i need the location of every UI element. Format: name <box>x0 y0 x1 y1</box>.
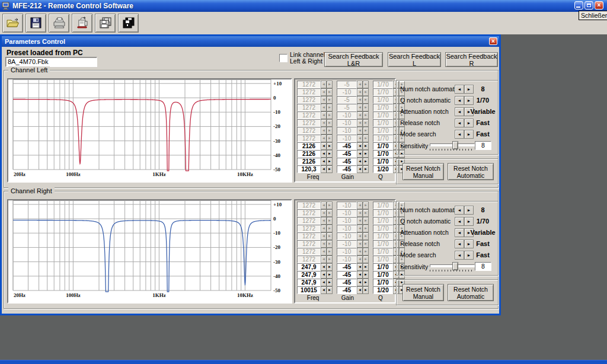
gain-increment-button[interactable]: ► <box>363 202 369 209</box>
gain-increment-button[interactable]: ► <box>363 135 369 142</box>
gain-increment-button[interactable]: ► <box>363 127 369 135</box>
gain-value[interactable]: -10 <box>337 232 357 240</box>
freq-value[interactable]: 1272 <box>297 127 321 135</box>
gain-value[interactable]: -45 <box>337 279 357 286</box>
freq-decrement-button[interactable]: ◄ <box>321 240 327 248</box>
gain-decrement-button[interactable]: ◄ <box>357 150 363 158</box>
freq-decrement-button[interactable]: ◄ <box>321 279 327 286</box>
freq-increment-button[interactable]: ► <box>327 279 333 286</box>
gain-value[interactable]: -10 <box>337 111 357 119</box>
gain-decrement-button[interactable]: ◄ <box>357 256 363 263</box>
gain-value[interactable]: -10 <box>337 202 357 209</box>
freq-increment-button[interactable]: ► <box>327 96 333 104</box>
freq-increment-button[interactable]: ► <box>327 150 333 158</box>
q-value[interactable]: 1/70 <box>373 127 393 135</box>
gain-increment-button[interactable]: ► <box>363 263 369 271</box>
gain-decrement-button[interactable]: ◄ <box>357 286 363 294</box>
setting-decrement-button[interactable]: ◄ <box>455 119 464 127</box>
setting-decrement-button[interactable]: ◄ <box>455 217 464 226</box>
freq-increment-button[interactable]: ► <box>327 158 333 165</box>
gain-value[interactable]: -45 <box>337 165 357 173</box>
gain-decrement-button[interactable]: ◄ <box>357 111 363 119</box>
gain-increment-button[interactable]: ► <box>363 279 369 286</box>
disks-dark-button[interactable] <box>118 14 139 33</box>
freq-value[interactable]: 1272 <box>297 111 321 119</box>
gain-value[interactable]: -45 <box>337 263 357 271</box>
gain-decrement-button[interactable]: ◄ <box>357 96 363 104</box>
gain-value[interactable]: -10 <box>337 88 357 96</box>
gain-increment-button[interactable]: ► <box>363 88 369 96</box>
freq-decrement-button[interactable]: ◄ <box>321 142 327 150</box>
gain-decrement-button[interactable]: ◄ <box>357 104 363 111</box>
freq-value[interactable]: 1272 <box>297 96 321 104</box>
freq-decrement-button[interactable]: ◄ <box>321 209 327 217</box>
setting-decrement-button[interactable]: ◄ <box>455 251 464 260</box>
freq-decrement-button[interactable]: ◄ <box>321 119 327 127</box>
print-device-button[interactable] <box>72 14 92 33</box>
freq-value[interactable]: 1272 <box>297 202 321 209</box>
freq-decrement-button[interactable]: ◄ <box>321 271 327 279</box>
freq-increment-button[interactable]: ► <box>327 232 333 240</box>
gain-decrement-button[interactable]: ◄ <box>357 240 363 248</box>
gain-value[interactable]: -45 <box>337 271 357 279</box>
freq-increment-button[interactable]: ► <box>327 119 333 127</box>
freq-value[interactable]: 10015 <box>297 286 321 294</box>
freq-increment-button[interactable]: ► <box>327 111 333 119</box>
gain-increment-button[interactable]: ► <box>363 81 369 88</box>
gain-decrement-button[interactable]: ◄ <box>357 232 363 240</box>
gain-increment-button[interactable]: ► <box>363 96 369 104</box>
freq-increment-button[interactable]: ► <box>327 263 333 271</box>
freq-increment-button[interactable]: ► <box>327 271 333 279</box>
gain-increment-button[interactable]: ► <box>363 232 369 240</box>
freq-value[interactable]: 247,9 <box>297 279 321 286</box>
gain-value[interactable]: -10 <box>337 127 357 135</box>
q-value[interactable]: 1/20 <box>373 286 393 294</box>
freq-value[interactable]: 1272 <box>297 248 321 256</box>
q-value[interactable]: 1/70 <box>373 232 393 240</box>
gain-value[interactable]: -45 <box>337 150 357 158</box>
freq-value[interactable]: 2126 <box>297 142 321 150</box>
gain-increment-button[interactable]: ► <box>363 225 369 232</box>
q-value[interactable]: 1/70 <box>373 111 393 119</box>
q-value[interactable]: 1/70 <box>373 248 393 256</box>
q-value[interactable]: 1/70 <box>373 209 393 217</box>
freq-decrement-button[interactable]: ◄ <box>321 217 327 225</box>
freq-value[interactable]: 1272 <box>297 217 321 225</box>
freq-value[interactable]: 1272 <box>297 240 321 248</box>
open-file-button[interactable] <box>2 14 23 33</box>
freq-value[interactable]: 2126 <box>297 150 321 158</box>
q-value[interactable]: 1/70 <box>373 81 393 88</box>
freq-increment-button[interactable]: ► <box>327 209 333 217</box>
reset-notch-manual-button[interactable]: Reset Notch Manual <box>402 284 444 301</box>
freq-decrement-button[interactable]: ◄ <box>321 104 327 111</box>
freq-increment-button[interactable]: ► <box>327 240 333 248</box>
gain-value[interactable]: -10 <box>337 240 357 248</box>
gain-decrement-button[interactable]: ◄ <box>357 158 363 165</box>
q-value[interactable]: 1/70 <box>373 158 393 165</box>
setting-decrement-button[interactable]: ◄ <box>455 206 464 215</box>
gain-value[interactable]: -10 <box>337 256 357 263</box>
freq-increment-button[interactable]: ► <box>327 88 333 96</box>
q-value[interactable]: 1/70 <box>373 217 393 225</box>
gain-decrement-button[interactable]: ◄ <box>357 209 363 217</box>
setting-decrement-button[interactable]: ◄ <box>455 228 464 237</box>
gain-increment-button[interactable]: ► <box>363 217 369 225</box>
gain-increment-button[interactable]: ► <box>363 165 369 173</box>
disks-light-button[interactable] <box>95 14 116 33</box>
gain-increment-button[interactable]: ► <box>363 111 369 119</box>
q-value[interactable]: 1/20 <box>373 165 393 173</box>
freq-decrement-button[interactable]: ◄ <box>321 225 327 232</box>
gain-value[interactable]: -45 <box>337 158 357 165</box>
q-value[interactable]: 1/70 <box>373 119 393 127</box>
freq-decrement-button[interactable]: ◄ <box>321 96 327 104</box>
freq-decrement-button[interactable]: ◄ <box>321 88 327 96</box>
gain-value[interactable]: -10 <box>337 225 357 232</box>
gain-increment-button[interactable]: ► <box>363 119 369 127</box>
freq-value[interactable]: 1272 <box>297 225 321 232</box>
freq-increment-button[interactable]: ► <box>327 135 333 142</box>
gain-value[interactable]: -10 <box>337 248 357 256</box>
sensitivity-slider[interactable] <box>430 262 474 272</box>
gain-decrement-button[interactable]: ◄ <box>357 279 363 286</box>
freq-decrement-button[interactable]: ◄ <box>321 150 327 158</box>
freq-value[interactable]: 1272 <box>297 256 321 263</box>
